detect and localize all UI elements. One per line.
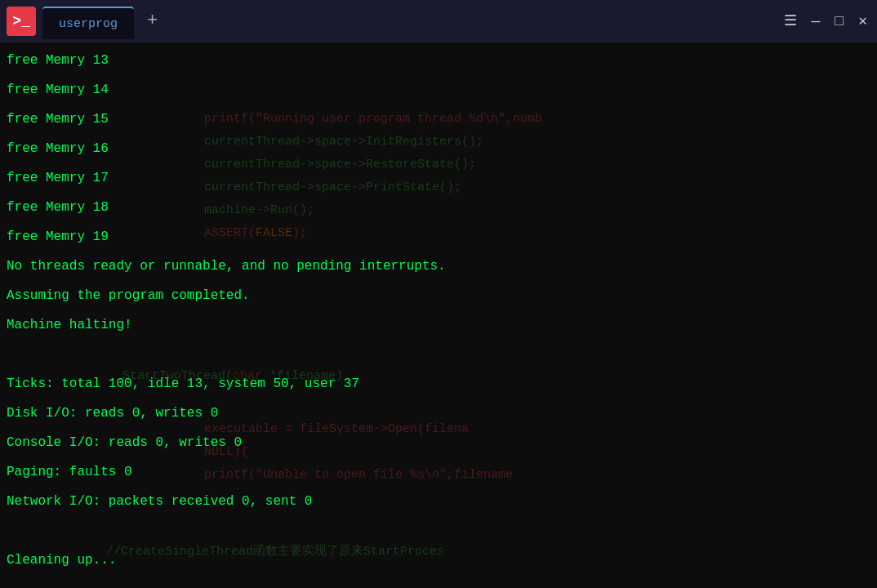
- output-line: No threads ready or runnable, and no pen…: [7, 252, 870, 281]
- output-line: [7, 340, 870, 369]
- output-line: free Memry 16: [7, 134, 870, 163]
- output-line: free Memry 13: [7, 46, 870, 75]
- app-logo: >_: [7, 7, 36, 36]
- window-controls: ☰ — □ ✕: [784, 14, 867, 29]
- output-line: Machine halting!: [7, 310, 870, 340]
- output-line: free Memry 18: [7, 193, 870, 222]
- output-line: Ticks: total 100, idle 13, system 50, us…: [7, 369, 870, 399]
- maximize-button[interactable]: □: [835, 14, 844, 29]
- tab-label: userprog: [59, 17, 118, 31]
- output-line: Assuming the program completed.: [7, 281, 870, 310]
- add-tab-button[interactable]: +: [140, 9, 164, 33]
- output-line: free Memry 15: [7, 105, 870, 134]
- minimize-button[interactable]: —: [812, 14, 821, 29]
- menu-button[interactable]: ☰: [784, 14, 797, 29]
- terminal-output: free Memry 13 free Memry 14 free Memry 1…: [0, 42, 877, 588]
- terminal-area: printf("Running user program thread %d\n…: [0, 42, 877, 588]
- close-button[interactable]: ✕: [858, 14, 867, 29]
- output-line: Disk I/O: reads 0, writes 0: [7, 399, 870, 428]
- output-line: Cleaning up...: [7, 546, 870, 575]
- output-line: Console I/O: reads 0, writes 0: [7, 428, 870, 457]
- logo-symbol: >_: [12, 13, 30, 29]
- output-line: Paging: faults 0: [7, 457, 870, 487]
- output-line: free Memry 19: [7, 222, 870, 252]
- titlebar: >_ userprog + ☰ — □ ✕: [0, 0, 877, 42]
- active-tab[interactable]: userprog: [42, 7, 134, 39]
- output-line: free Memry 14: [7, 75, 870, 105]
- output-line: free Memry 17: [7, 163, 870, 193]
- output-line: Network I/O: packets received 0, sent 0: [7, 487, 870, 516]
- output-line: [7, 516, 870, 546]
